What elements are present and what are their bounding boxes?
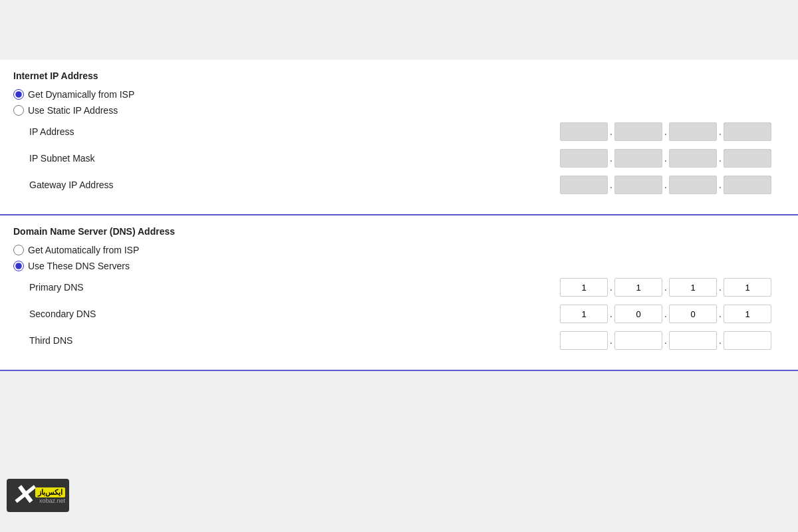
- watermark-top-text: ایکس‌باز: [35, 487, 65, 497]
- ip-subnet-row: IP Subnet Mask . . .: [13, 148, 785, 169]
- third-dns-label: Third DNS: [29, 335, 136, 346]
- ip-subnet-octet-1[interactable]: [560, 149, 608, 168]
- third-dns-dot-2: .: [662, 335, 669, 346]
- get-dynamically-radio[interactable]: [13, 89, 24, 100]
- ip-address-row: IP Address . . .: [13, 121, 785, 142]
- secondary-dns-octet-3[interactable]: [669, 305, 717, 323]
- ip-subnet-octet-4[interactable]: [724, 149, 771, 168]
- subnet-dot-1: .: [608, 153, 614, 164]
- gateway-inputs: . . .: [560, 176, 771, 194]
- internet-ip-section: Internet IP Address Get Dynamically from…: [0, 60, 798, 215]
- primary-dns-dot-2: .: [662, 282, 669, 293]
- ip-address-octet-3[interactable]: [669, 122, 717, 141]
- ip-dot-2: .: [662, 126, 669, 137]
- secondary-dns-octet-1[interactable]: [560, 305, 608, 323]
- primary-dns-octet-4[interactable]: [724, 278, 771, 297]
- dns-section: Domain Name Server (DNS) Address Get Aut…: [0, 215, 798, 371]
- ip-subnet-inputs: . . .: [560, 149, 771, 168]
- subnet-dot-2: .: [662, 153, 669, 164]
- get-auto-dns-radio[interactable]: [13, 245, 24, 255]
- use-these-dns-row: Use These DNS Servers: [13, 261, 785, 271]
- secondary-dns-dot-1: .: [608, 309, 614, 319]
- secondary-dns-inputs: . . .: [560, 305, 771, 323]
- use-static-row: Use Static IP Address: [13, 105, 785, 116]
- third-dns-row: Third DNS . . .: [13, 330, 785, 351]
- gateway-dot-1: .: [608, 180, 614, 190]
- secondary-dns-octet-4[interactable]: [724, 305, 771, 323]
- primary-dns-octet-2[interactable]: [614, 278, 662, 297]
- secondary-dns-dot-3: .: [717, 309, 724, 319]
- secondary-dns-label: Secondary DNS: [29, 309, 136, 319]
- get-dynamically-row: Get Dynamically from ISP: [13, 89, 785, 100]
- watermark-bottom-text: xobaz.net: [35, 497, 65, 504]
- primary-dns-row: Primary DNS . . .: [13, 277, 785, 298]
- dns-title: Domain Name Server (DNS) Address: [13, 226, 785, 237]
- third-dns-octet-1[interactable]: [560, 331, 608, 350]
- gateway-dot-2: .: [662, 180, 669, 190]
- watermark: ✕ ایکس‌باز xobaz.net: [7, 479, 69, 512]
- secondary-dns-dot-2: .: [662, 309, 669, 319]
- ip-subnet-label: IP Subnet Mask: [29, 153, 136, 164]
- ip-dot-1: .: [608, 126, 614, 137]
- third-dns-octet-3[interactable]: [669, 331, 717, 350]
- get-auto-dns-label[interactable]: Get Automatically from ISP: [28, 245, 139, 255]
- gateway-row: Gateway IP Address . . .: [13, 174, 785, 196]
- third-dns-dot-3: .: [717, 335, 724, 346]
- secondary-dns-octet-2[interactable]: [614, 305, 662, 323]
- secondary-dns-row: Secondary DNS . . .: [13, 303, 785, 325]
- ip-dot-3: .: [717, 126, 724, 137]
- primary-dns-inputs: . . .: [560, 278, 771, 297]
- ip-address-octet-4[interactable]: [724, 122, 771, 141]
- third-dns-octet-2[interactable]: [614, 331, 662, 350]
- ip-address-octet-1[interactable]: [560, 122, 608, 141]
- gateway-label: Gateway IP Address: [29, 180, 136, 190]
- use-static-label[interactable]: Use Static IP Address: [28, 105, 118, 116]
- third-dns-octet-4[interactable]: [724, 331, 771, 350]
- gateway-octet-2[interactable]: [614, 176, 662, 194]
- gateway-octet-4[interactable]: [724, 176, 771, 194]
- ip-subnet-octet-3[interactable]: [669, 149, 717, 168]
- get-auto-dns-row: Get Automatically from ISP: [13, 245, 785, 255]
- internet-ip-title: Internet IP Address: [13, 70, 785, 81]
- primary-dns-octet-1[interactable]: [560, 278, 608, 297]
- gateway-dot-3: .: [717, 180, 724, 190]
- subnet-dot-3: .: [717, 153, 724, 164]
- primary-dns-dot-1: .: [608, 282, 614, 293]
- third-dns-inputs: . . .: [560, 331, 771, 350]
- primary-dns-label: Primary DNS: [29, 282, 136, 293]
- gateway-octet-1[interactable]: [560, 176, 608, 194]
- use-these-dns-label[interactable]: Use These DNS Servers: [28, 261, 130, 271]
- primary-dns-dot-3: .: [717, 282, 724, 293]
- primary-dns-octet-3[interactable]: [669, 278, 717, 297]
- gateway-octet-3[interactable]: [669, 176, 717, 194]
- use-static-radio[interactable]: [13, 105, 24, 116]
- get-dynamically-label[interactable]: Get Dynamically from ISP: [28, 89, 134, 100]
- ip-address-label: IP Address: [29, 126, 136, 137]
- use-these-dns-radio[interactable]: [13, 261, 24, 271]
- third-dns-dot-1: .: [608, 335, 614, 346]
- ip-subnet-octet-2[interactable]: [614, 149, 662, 168]
- ip-address-octet-2[interactable]: [614, 122, 662, 141]
- watermark-x-icon: ✕: [11, 481, 34, 509]
- ip-address-inputs: . . .: [560, 122, 771, 141]
